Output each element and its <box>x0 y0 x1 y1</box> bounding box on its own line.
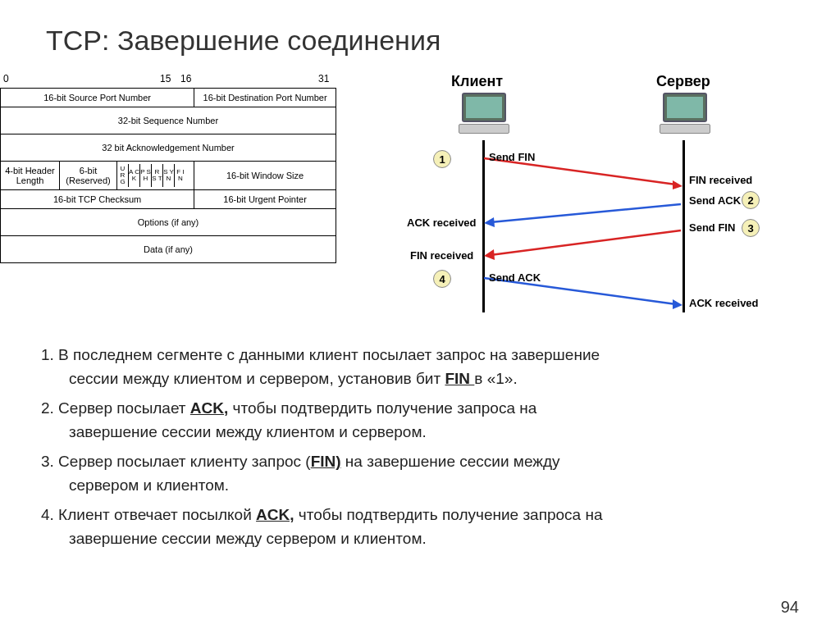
svg-marker-7 <box>673 299 682 309</box>
label-send-fin-2: Send FIN <box>689 221 735 234</box>
bullet-4: 4. Клиент отвечает посылкой ACK, чтобы п… <box>41 504 799 550</box>
slide-title: TCP: Завершение соединения <box>0 0 840 73</box>
b2-ack: ACK, <box>190 399 228 417</box>
label-fin-received-2: FIN received <box>410 249 473 262</box>
bullet-3: 3. Сервер посылает клиенту запрос (FIN) … <box>41 450 799 497</box>
description-list: 1. В последнем сегменте с данными клиент… <box>0 319 840 550</box>
top-content: 0 15 16 31 16-bit Source Port Number 16-… <box>0 73 840 319</box>
b4-text-c: чтобы подтвердить получение запроса на <box>294 506 603 523</box>
acknum-cell: 32 bit Acknowledgement Number <box>1 134 336 162</box>
reserved-cell: 6-bit (Reserved) <box>60 162 117 190</box>
b2-text-d: завершение сессии между клиентом и серве… <box>41 421 799 444</box>
svg-line-4 <box>491 230 681 255</box>
checksum-cell: 16-bit TCP Checksum <box>1 190 194 209</box>
bit-15: 15 <box>160 73 171 84</box>
flag-rst: R S T <box>152 164 163 187</box>
step-2-circle: 2 <box>742 191 760 209</box>
b3-text-d: сервером и клиентом. <box>41 474 799 498</box>
options-cell: Options (if any) <box>1 209 336 236</box>
bit-scale: 0 15 16 31 <box>0 73 345 88</box>
page-number: 94 <box>781 598 799 617</box>
svg-marker-5 <box>484 249 495 260</box>
step-4-circle: 4 <box>433 270 451 288</box>
bullet-1: 1. В последнем сегменте с данными клиент… <box>41 344 799 390</box>
b4-ack: ACK, <box>256 506 294 523</box>
label-send-fin-1: Send FIN <box>489 151 535 163</box>
label-send-ack-2: Send ACK <box>489 271 541 284</box>
svg-marker-1 <box>673 180 682 189</box>
step-1-circle: 1 <box>433 150 451 168</box>
b1-fin: FIN <box>445 370 474 387</box>
sequence-diagram: Клиент Сервер 1 2 3 4 Send FIN FIN recei… <box>394 73 779 319</box>
svg-marker-3 <box>484 217 495 227</box>
flag-urg: U R G <box>117 164 129 187</box>
bit-0: 0 <box>3 73 9 84</box>
b3-fin: FIN) <box>311 453 341 470</box>
server-label: Сервер <box>656 73 710 90</box>
urgptr-cell: 16-bit Urgent Pointer <box>194 190 336 209</box>
b4-text-d: завершение сессии между сервером и клиен… <box>41 527 799 551</box>
seqnum-cell: 32-bit Sequence Number <box>1 107 336 134</box>
dstport-cell: 16-bit Destination Port Number <box>194 89 336 107</box>
server-computer-icon <box>656 93 714 137</box>
b3-text-c: на завершение сессии между <box>341 453 560 470</box>
bit-16: 16 <box>180 73 191 84</box>
b1-text-b: сессии между клиентом и сервером, устано… <box>69 370 445 387</box>
tcp-header-table: 0 15 16 31 16-bit Source Port Number 16-… <box>0 73 345 319</box>
step-3-circle: 3 <box>742 219 760 237</box>
b4-text-a: 4. Клиент отвечает посылкой <box>41 506 256 523</box>
b1-text-d: в «1». <box>474 370 517 387</box>
label-fin-received-1: FIN received <box>689 174 752 186</box>
label-send-ack-1: Send ACK <box>689 194 741 207</box>
client-label: Клиент <box>451 73 503 90</box>
flag-ack: A C K <box>129 164 140 187</box>
hlen-cell: 4-bit Header Length <box>1 162 60 190</box>
flag-psh: P S H <box>140 164 152 187</box>
b1-text-a: 1. В последнем сегменте с данными клиент… <box>41 346 600 363</box>
b2-text-c: чтобы подтвердить получение запроса на <box>228 399 536 417</box>
bullet-2: 2. Сервер посылает ACK, чтобы подтвердит… <box>41 397 799 444</box>
label-ack-received-2: ACK received <box>689 297 759 309</box>
svg-line-2 <box>491 204 681 222</box>
srcport-cell: 16-bit Source Port Number <box>1 89 194 107</box>
winsize-cell: 16-bit Window Size <box>194 162 336 190</box>
label-ack-received-1: ACK received <box>407 217 477 229</box>
b2-text-a: 2. Сервер посылает <box>41 399 190 417</box>
flags-cell: U R G A C K P S H R S T S Y N F I N <box>117 162 194 190</box>
flag-syn: S Y N <box>163 164 175 187</box>
data-cell: Data (if any) <box>1 236 336 263</box>
client-computer-icon <box>455 93 513 137</box>
flag-fin: F I N <box>175 164 186 187</box>
bit-31: 31 <box>318 73 329 84</box>
b3-text-a: 3. Сервер посылает клиенту запрос ( <box>41 453 311 470</box>
